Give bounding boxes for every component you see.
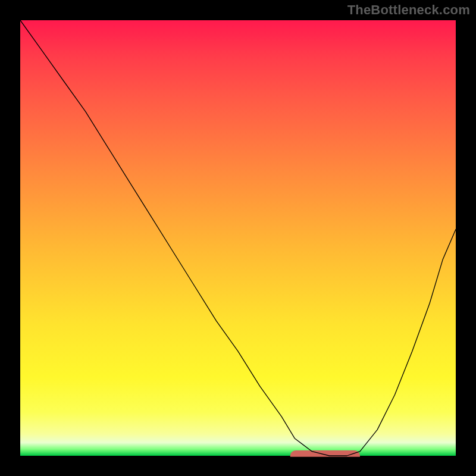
bottleneck-curve (20, 20, 456, 456)
chart-frame: TheBottleneck.com (0, 0, 476, 476)
plot-area (20, 20, 456, 456)
optimal-range-marker (290, 450, 360, 457)
plot-svg (20, 20, 456, 456)
attribution-label: TheBottleneck.com (347, 2, 470, 18)
